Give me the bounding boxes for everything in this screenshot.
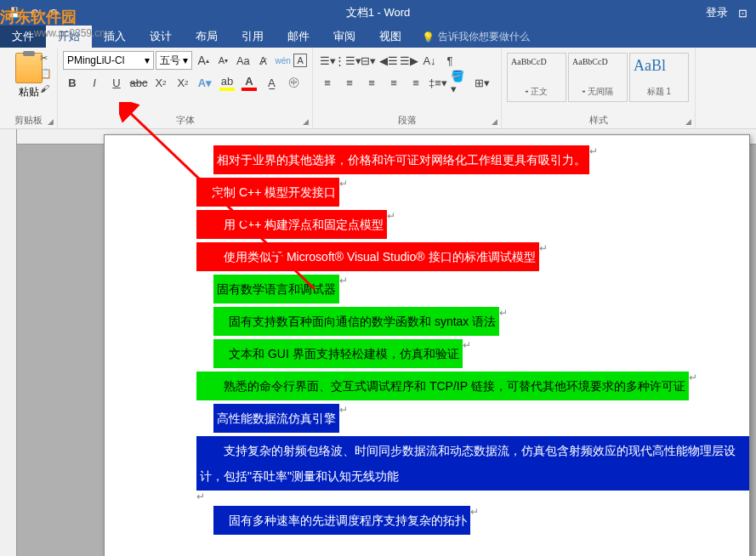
- paragraph-mark-icon: ↵: [470, 506, 479, 535]
- align-center-button[interactable]: ≡: [340, 73, 359, 92]
- vertical-ruler[interactable]: [0, 145, 17, 556]
- distribute-button[interactable]: ≡: [406, 73, 425, 92]
- italic-button[interactable]: I: [85, 73, 104, 92]
- dec-indent-button[interactable]: ◀☰: [379, 51, 398, 70]
- phonetic-button[interactable]: wén: [274, 51, 292, 70]
- text-line[interactable]: 固有数学语言和调试器↵: [105, 275, 749, 304]
- font-group-label: 字体: [58, 114, 312, 127]
- paragraph-mark-icon: ↵: [387, 210, 395, 239]
- text-effects-button[interactable]: A▾: [196, 73, 214, 92]
- subscript-button[interactable]: X2: [151, 73, 170, 92]
- text-line[interactable]: 固有支持数百种面向通信的数学函数和 syntax 语法↵: [105, 307, 749, 336]
- font-launcher-icon[interactable]: ◢: [303, 117, 309, 126]
- highlighted-text[interactable]: 用 C++ 构建浮点和固定点模型: [196, 210, 387, 239]
- multilevel-button[interactable]: ⊟▾: [359, 51, 378, 70]
- paragraph-mark-icon: ↵: [689, 372, 697, 400]
- paragraph-group-label: 段落: [313, 114, 501, 127]
- justify-button[interactable]: ≡: [384, 73, 403, 92]
- clear-format-button[interactable]: A̷: [254, 51, 272, 70]
- grow-font-button[interactable]: A▴: [194, 51, 212, 70]
- change-case-button[interactable]: Aa: [234, 51, 252, 70]
- char-shading-button[interactable]: A̲: [262, 73, 281, 92]
- char-border-button[interactable]: A: [293, 54, 307, 67]
- tell-me-label: 告诉我你想要做什么: [438, 30, 530, 44]
- style-normal[interactable]: AaBbCcD ╸正文: [507, 53, 566, 102]
- numbering-button[interactable]: ⋮☰▾: [338, 51, 357, 70]
- font-name-combo[interactable]: PMingLiU-Cl▾: [63, 51, 154, 70]
- style-nospacing[interactable]: AaBbCcD ╸无间隔: [568, 53, 628, 102]
- format-painter-icon[interactable]: 🖌: [40, 83, 52, 95]
- shrink-font-button[interactable]: A▾: [214, 51, 232, 70]
- highlighted-text[interactable]: 相对于业界的其他选择，价格和许可证对网络化工作组更具有吸引力。: [213, 145, 589, 174]
- style-name: ╸正文: [511, 86, 562, 98]
- paste-icon: [15, 53, 43, 83]
- highlighted-text[interactable]: 固有支持数百种面向通信的数学函数和 syntax 语法: [213, 307, 499, 336]
- paste-label: 粘贴: [19, 85, 39, 99]
- strike-button[interactable]: abc: [129, 73, 148, 92]
- highlighted-text[interactable]: 文本和 GUI 界面支持轻松建模，仿真和验证: [213, 339, 463, 368]
- redo-icon[interactable]: ↷: [48, 6, 61, 20]
- tab-review[interactable]: 审阅: [321, 26, 367, 48]
- align-right-button[interactable]: ≡: [362, 73, 381, 92]
- line-spacing-button[interactable]: ‡≡▾: [429, 73, 447, 92]
- sort-button[interactable]: A↓: [420, 51, 439, 70]
- tab-references[interactable]: 引用: [230, 26, 276, 48]
- text-line[interactable]: 高性能数据流仿真引擎↵: [105, 404, 749, 433]
- paragraph-mark-icon: ↵: [339, 404, 348, 433]
- copy-icon[interactable]: 📋: [40, 68, 52, 80]
- text-line[interactable]: 熟悉的命令行界面、交互式调试程序和 TCP/IP 链接，可替代其他环境要求的多种…: [105, 372, 749, 400]
- save-icon[interactable]: 💾: [7, 6, 20, 20]
- styles-launcher-icon[interactable]: ◢: [685, 117, 691, 126]
- enclose-char-button[interactable]: ㊥: [284, 73, 303, 92]
- tab-view[interactable]: 视图: [367, 26, 413, 48]
- highlighted-text[interactable]: 高性能数据流仿真引擎: [213, 404, 339, 433]
- text-line[interactable]: 使用类似于 Microsoft® Visual Studio® 接口的标准调试模…: [105, 242, 749, 271]
- styles-group-label: 样式: [502, 114, 695, 127]
- bulb-icon: 💡: [422, 31, 435, 43]
- text-line[interactable]: 固有多种速率的先进调度程序支持复杂的拓扑↵: [105, 506, 749, 535]
- tell-me-search[interactable]: 💡 告诉我你想要做什么: [413, 26, 538, 48]
- inc-indent-button[interactable]: ☰▶: [400, 51, 418, 70]
- style-name: ╸无间隔: [572, 86, 623, 98]
- undo-icon[interactable]: ↶: [27, 6, 41, 20]
- underline-button[interactable]: U: [107, 73, 126, 92]
- style-heading1[interactable]: AaBl 标题 1: [629, 53, 689, 102]
- highlighted-text[interactable]: 固有数学语言和调试器: [213, 275, 339, 304]
- ribbon-display-icon[interactable]: ⊡: [738, 7, 747, 20]
- tab-mailings[interactable]: 邮件: [276, 26, 321, 48]
- highlighted-text[interactable]: 固有多种速率的先进调度程序支持复杂的拓扑: [213, 506, 470, 535]
- text-line[interactable]: 定制 C++ 模型开发接口↵: [105, 178, 749, 207]
- text-line[interactable]: 文本和 GUI 界面支持轻松建模，仿真和验证↵: [105, 339, 749, 368]
- clipboard-group: 粘贴 ✂ 📋 🖌 剪贴板 ◢: [0, 48, 58, 128]
- show-marks-button[interactable]: ¶: [441, 51, 459, 70]
- bold-button[interactable]: B: [63, 73, 82, 92]
- document-page[interactable]: 相对于业界的其他选择，价格和许可证对网络化工作组更具有吸引力。↵ 定制 C++ …: [104, 134, 750, 556]
- highlighted-text[interactable]: 支持复杂的射频包络波、时间同步数据流和动态数据流，仿真包含射频效应的现代高性能物…: [196, 436, 749, 491]
- highlighted-text[interactable]: 使用类似于 Microsoft® Visual Studio® 接口的标准调试模…: [196, 242, 539, 271]
- paragraph-mark-icon: ↵: [339, 275, 348, 304]
- highlighted-text[interactable]: 熟悉的命令行界面、交互式调试程序和 TCP/IP 链接，可替代其他环境要求的多种…: [196, 372, 689, 400]
- styles-group: AaBbCcD ╸正文 AaBbCcD ╸无间隔 AaBl 标题 1 样式 ◢: [502, 48, 696, 128]
- highlight-button[interactable]: ab: [218, 73, 236, 92]
- text-line[interactable]: 支持复杂的射频包络波、时间同步数据流和动态数据流，仿真包含射频效应的现代高性能物…: [105, 436, 749, 502]
- login-link[interactable]: 登录: [706, 5, 728, 20]
- tab-layout[interactable]: 布局: [184, 26, 230, 48]
- text-line[interactable]: 相对于业界的其他选择，价格和许可证对网络化工作组更具有吸引力。↵: [105, 145, 749, 174]
- text-line[interactable]: 用 C++ 构建浮点和固定点模型↵: [105, 210, 749, 239]
- borders-button[interactable]: ⊞▾: [473, 73, 492, 92]
- font-color-button[interactable]: A: [240, 73, 259, 92]
- shading-button[interactable]: 🪣▾: [451, 73, 469, 92]
- ruler-corner: [0, 129, 17, 146]
- cut-icon[interactable]: ✂: [40, 53, 52, 65]
- style-preview: AaBl: [634, 57, 685, 86]
- title-bar: 💾 ↶ ↷ 文档1 - Word 登录 ⊡: [0, 0, 756, 26]
- tab-design[interactable]: 设计: [138, 26, 184, 48]
- highlighted-text[interactable]: 定制 C++ 模型开发接口: [196, 178, 339, 207]
- paste-button[interactable]: 粘贴: [15, 51, 43, 99]
- font-size-combo[interactable]: 五号▾: [156, 51, 192, 70]
- align-left-button[interactable]: ≡: [318, 73, 337, 92]
- document-area: 相对于业界的其他选择，价格和许可证对网络化工作组更具有吸引力。↵ 定制 C++ …: [0, 129, 756, 556]
- paragraph-launcher-icon[interactable]: ◢: [492, 117, 497, 126]
- superscript-button[interactable]: X2: [173, 73, 192, 92]
- clipboard-launcher-icon[interactable]: ◢: [48, 117, 54, 126]
